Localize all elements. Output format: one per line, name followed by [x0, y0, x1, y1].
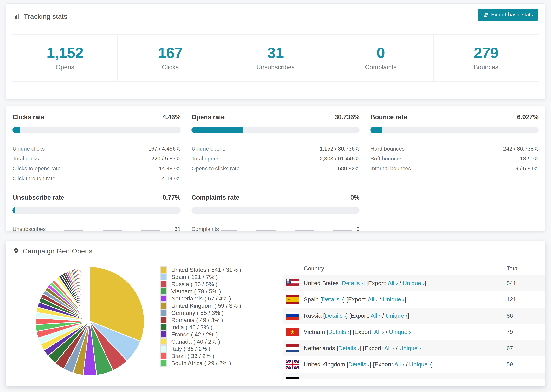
progress-bar-track — [191, 207, 360, 214]
rate-panel-unsubscribe-rate: Unsubscribe rate0.77%Unsubscribes31 — [13, 194, 181, 232]
rate-title-row: Complaints rate0% — [191, 194, 360, 201]
legend-item-russia: Russia ( 86 / 5% ) — [160, 280, 241, 288]
bracket: ] — [411, 329, 413, 335]
export-button-label: Export basic stats — [491, 12, 533, 18]
dotted-leader — [242, 170, 336, 170]
dotted-leader — [413, 170, 510, 170]
bracket: ] [Export: — [370, 361, 395, 368]
bracket: [ — [337, 345, 338, 351]
rate-title: Complaints rate — [191, 194, 239, 201]
rate-row-label: Clicks to opens rate — [13, 165, 61, 172]
rates-card: Clicks rate4.46%Unique clicks167 / 4.456… — [6, 106, 545, 231]
legend-item-india: India ( 46 / 3% ) — [160, 324, 241, 331]
stats-summary-row: 1,152Opens167Clicks31Unsubscribes0Compla… — [12, 34, 539, 82]
export-basic-stats-button[interactable]: Export basic stats — [478, 8, 538, 21]
geo-country-name: United States — [304, 280, 340, 286]
legend-label: Netherlands ( 67 / 4% ) — [171, 295, 231, 302]
export-all-link[interactable]: All › — [388, 280, 398, 286]
stat-cell-opens: 1,152Opens — [13, 35, 118, 81]
legend-label: Brazil ( 33 / 2% ) — [171, 353, 214, 359]
campaign-geo-opens-card: Campaign Geo Opens United States ( 541 /… — [6, 241, 545, 386]
legend-label: Italy ( 36 / 2% ) — [171, 345, 211, 352]
details-link[interactable]: Details › — [328, 329, 350, 335]
details-link[interactable]: Details › — [322, 296, 343, 302]
stat-cell-unsubscribes: 31Unsubscribes — [223, 35, 328, 81]
dotted-leader — [41, 160, 149, 160]
export-unique-link[interactable]: Unique › — [399, 345, 421, 351]
rate-row-value: 19 / 6.81% — [512, 165, 538, 172]
map-pin-icon — [13, 248, 19, 254]
rate-title-row: Opens rate30.736% — [191, 113, 360, 121]
legend-label: United States ( 541 / 31% ) — [171, 266, 241, 273]
rate-detail-row: Hard bounces242 / 86.738% — [370, 142, 538, 152]
progress-bar-fill — [370, 126, 382, 133]
geo-flag-cell — [283, 295, 304, 304]
export-unique-link[interactable]: Unique › — [386, 312, 408, 319]
legend-swatch — [160, 273, 167, 280]
details-link[interactable]: Details › — [348, 361, 370, 368]
geo-country-name: Russia — [304, 312, 323, 319]
geo-flag-cell — [283, 328, 304, 336]
legend-swatch — [160, 338, 167, 345]
rate-title-row: Clicks rate4.46% — [13, 113, 181, 121]
progress-bar-track — [13, 126, 181, 133]
rate-row-label: Internal bounces — [370, 165, 411, 172]
rate-row-value: 167 / 4.456% — [148, 146, 181, 152]
rates-row-2: Unsubscribe rate0.77%Unsubscribes31Compl… — [13, 194, 538, 232]
dotted-leader — [221, 230, 354, 231]
legend-item-brazil: Brazil ( 33 / 2% ) — [160, 352, 241, 359]
export-unique-link[interactable]: Unique › — [389, 329, 411, 335]
legend-swatch — [160, 360, 167, 366]
legend-swatch — [160, 309, 167, 316]
legend-label: Russia ( 86 / 5% ) — [171, 281, 218, 287]
export-unique-link[interactable]: Unique › — [403, 280, 425, 286]
export-all-link[interactable]: All › — [394, 361, 404, 368]
legend-item-united-states: United States ( 541 / 31% ) — [160, 266, 241, 273]
geo-total-cell: 59 — [507, 361, 545, 368]
export-all-link[interactable]: All › — [371, 312, 381, 319]
geo-pie-legend: United States ( 541 / 31% )Spain ( 121 /… — [160, 266, 241, 367]
geo-country-cell: United States [Details ›] [Export: All ›… — [304, 280, 507, 287]
progress-bar-fill — [191, 126, 243, 133]
geo-country-cell: Vietnam [Details ›] [Export: All › / Uni… — [304, 329, 507, 335]
export-unique-link[interactable]: Unique › — [409, 361, 431, 368]
legend-label: Germany ( 55 / 3% ) — [171, 309, 224, 316]
rate-row-value: 31 — [174, 226, 181, 232]
export-all-link[interactable]: All › — [368, 296, 378, 302]
slash: / — [384, 329, 389, 335]
export-all-link[interactable]: All › — [384, 345, 395, 351]
export-all-link[interactable]: All › — [374, 329, 384, 335]
details-link[interactable]: Details › — [342, 280, 363, 286]
geo-title: Campaign Geo Opens — [23, 247, 92, 255]
legend-swatch — [160, 302, 167, 309]
legend-item-romania: Romania ( 49 / 3% ) — [160, 316, 241, 324]
page-title: Tracking stats — [24, 13, 67, 20]
rate-detail-rows: Unique opens1,152 / 30.736%Total opens2,… — [191, 142, 360, 172]
bracket: ] — [408, 312, 409, 319]
geo-total-cell: 67 — [507, 345, 545, 351]
slash: / — [394, 345, 399, 351]
flag-es-icon — [286, 295, 299, 304]
legend-item-germany: Germany ( 55 / 3% ) — [160, 309, 241, 316]
rate-row-label: Unique opens — [191, 146, 225, 152]
slash: / — [378, 296, 383, 302]
geo-table-row: United Kingdom [Details ›] [Export: All … — [283, 356, 545, 372]
export-icon — [483, 12, 489, 18]
rate-row-value: 18 / 0% — [520, 155, 538, 162]
geo-flag-cell — [283, 312, 304, 320]
slash: / — [404, 361, 409, 368]
details-link[interactable]: Details › — [325, 312, 346, 319]
export-unique-link[interactable]: Unique › — [383, 296, 405, 302]
bracket: ] — [405, 296, 406, 302]
legend-label: United Kingdom ( 59 / 3% ) — [171, 302, 241, 309]
geo-country-name: United Kingdom — [304, 361, 347, 368]
rate-detail-row: Total clicks220 / 5.87% — [13, 152, 181, 162]
dotted-leader — [48, 230, 172, 231]
rate-row-value: 689.82% — [338, 165, 360, 172]
legend-item-netherlands: Netherlands ( 67 / 4% ) — [160, 295, 241, 302]
legend-swatch — [160, 324, 167, 331]
details-link[interactable]: Details › — [338, 345, 360, 351]
geo-table-row: Netherlands [Details ›] [Export: All › /… — [283, 340, 545, 356]
bracket: ] [Export: — [360, 345, 384, 351]
stat-value: 1,152 — [13, 44, 117, 62]
